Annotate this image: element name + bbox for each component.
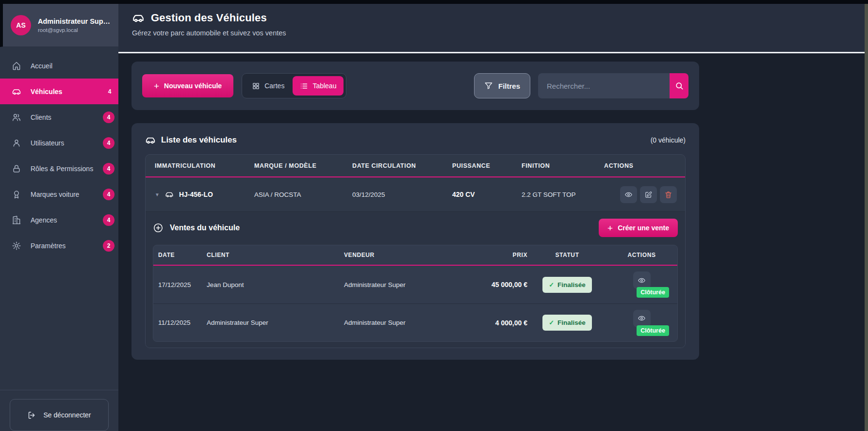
sale-vendeur: Administrateur Super: [339, 319, 480, 326]
column-header: ACTIONS: [606, 252, 677, 258]
column-header: DATE: [153, 252, 202, 258]
sidebar-item-label: Rôles & Permissions: [31, 165, 93, 173]
eye-icon: [638, 314, 646, 322]
new-vehicle-button[interactable]: + Nouveau véhicule: [142, 74, 233, 97]
check-icon: ✓: [549, 281, 554, 288]
check-icon: ✓: [549, 319, 554, 326]
home-icon: [12, 61, 21, 71]
page-subtitle: Gérez votre parc automobile et suivez vo…: [132, 29, 868, 37]
sales-table-header: DATE CLIENT VENDEUR PRIX STATUT ACTIONS: [153, 245, 677, 266]
building-icon: [12, 215, 21, 225]
column-header: ACTIONS: [595, 162, 685, 169]
item-badge: 4: [103, 137, 115, 149]
column-header: IMMATRICULATION: [146, 162, 245, 169]
search-icon: [675, 81, 684, 90]
user-icon: [12, 138, 21, 148]
sidebar-footer: Se déconnecter: [0, 390, 118, 431]
toolbar: + Nouveau véhicule Cartes Tableau: [131, 62, 699, 110]
car-icon: [165, 190, 174, 199]
column-header: PRIX: [480, 252, 528, 258]
filters-button[interactable]: Filtres: [474, 73, 530, 98]
sidebar-item-agences[interactable]: Agences 4: [0, 207, 118, 233]
create-sale-button[interactable]: + Créer une vente: [599, 219, 678, 237]
sale-prix: 4 000,00 €: [480, 319, 528, 327]
sidebar-nav: Accueil Véhicules 4 Clients 4 Utilisateu…: [0, 47, 118, 390]
item-badge: 4: [103, 214, 115, 226]
sidebar-item-label: Clients: [31, 113, 51, 121]
column-header: CLIENT: [202, 252, 339, 258]
page-title: Gestion des Véhicules: [151, 12, 267, 24]
caret-down-icon[interactable]: ▼: [155, 192, 160, 197]
view-table-label: Tableau: [312, 82, 336, 90]
lock-icon: [12, 164, 21, 174]
view-vehicle-button[interactable]: [620, 186, 637, 203]
users-icon: [12, 112, 21, 122]
view-table-button[interactable]: Tableau: [293, 76, 344, 96]
scrollbar[interactable]: [865, 4, 868, 431]
edit-vehicle-button[interactable]: [640, 186, 657, 203]
status-badge: ✓Finalisée: [542, 277, 592, 293]
sidebar-item-label: Paramètres: [31, 242, 66, 250]
sale-row[interactable]: 17/12/2025 Jean Dupont Administrateur Su…: [153, 266, 677, 303]
eye-icon: [638, 276, 646, 285]
sale-date: 11/12/2025: [153, 319, 202, 326]
sale-client: Jean Dupont: [202, 281, 339, 288]
column-header: STATUT: [528, 252, 606, 258]
logout-icon: [27, 411, 36, 420]
filters-label: Filtres: [498, 82, 520, 90]
car-icon: [145, 135, 156, 145]
search-button[interactable]: [670, 73, 688, 98]
sidebar-item-accueil[interactable]: Accueil: [0, 53, 118, 79]
car-icon: [132, 12, 145, 24]
search-input[interactable]: [538, 73, 670, 98]
status-badge: ✓Finalisée: [542, 315, 592, 331]
sale-prix: 45 000,00 €: [480, 281, 528, 288]
filter-icon: [484, 81, 493, 90]
column-header: MARQUE / MODÈLE: [245, 162, 343, 169]
sidebar-item-label: Accueil: [31, 62, 52, 70]
vehicle-count: (0 véhicule): [651, 136, 686, 144]
vehicle-date-circulation: 03/12/2025: [343, 191, 443, 198]
column-header: DATE CIRCULATION: [343, 162, 443, 169]
sidebar-item-label: Utilisateurs: [31, 139, 64, 147]
delete-vehicle-button[interactable]: [660, 186, 677, 203]
page-header: Gestion des Véhicules Gérez votre parc a…: [118, 4, 868, 53]
view-cards-button[interactable]: Cartes: [245, 76, 292, 96]
sidebar-item-utilisateurs[interactable]: Utilisateurs 4: [0, 130, 118, 156]
cloturee-badge: Clôturée: [637, 325, 669, 336]
sidebar-item-parametres[interactable]: Paramètres 2: [0, 233, 118, 258]
view-sale-button[interactable]: [633, 310, 651, 327]
sale-row[interactable]: 11/12/2025 Administrateur Super Administ…: [153, 303, 677, 341]
page-content: + Nouveau véhicule Cartes Tableau: [118, 53, 868, 431]
vehicle-puissance: 420 CV: [443, 191, 512, 198]
vehicles-table: IMMATRICULATION MARQUE / MODÈLE DATE CIR…: [145, 154, 686, 348]
eye-icon: [624, 191, 633, 199]
logout-button[interactable]: Se déconnecter: [10, 399, 109, 431]
logout-label: Se déconnecter: [43, 411, 91, 419]
vehicle-marque-modele: ASIA / ROCSTA: [245, 191, 343, 198]
view-sale-button[interactable]: [633, 271, 651, 289]
award-icon: [12, 190, 21, 199]
edit-icon: [644, 191, 653, 199]
user-name: Administrateur Sup…: [38, 17, 110, 25]
item-badge: 4: [103, 189, 115, 200]
vehicle-immatriculation: HJ-456-LO: [179, 191, 213, 198]
vehicles-card-header: Liste des véhicules (0 véhicule): [145, 135, 686, 145]
vehicles-table-header: IMMATRICULATION MARQUE / MODÈLE DATE CIR…: [146, 155, 685, 177]
avatar: AS: [11, 15, 31, 35]
sale-client: Administrateur Super: [202, 319, 339, 326]
vehicles-card: Liste des véhicules (0 véhicule) IMMATRI…: [131, 123, 699, 360]
sidebar-item-vehicules[interactable]: Véhicules 4: [0, 79, 118, 104]
sidebar: AS Administrateur Sup… root@sgvp.local A…: [0, 4, 118, 431]
trash-icon: [664, 191, 672, 199]
cloturee-badge: Clôturée: [637, 287, 669, 298]
sales-section: Ventes du véhicule + Créer une vente DAT…: [146, 211, 685, 348]
sidebar-item-marques-voiture[interactable]: Marques voiture 4: [0, 181, 118, 207]
car-icon: [12, 87, 21, 96]
main-area: Gestion des Véhicules Gérez votre parc a…: [118, 4, 868, 431]
new-vehicle-label: Nouveau véhicule: [164, 82, 222, 90]
sidebar-item-clients[interactable]: Clients 4: [0, 104, 118, 130]
vehicle-finition: 2.2 GT SOFT TOP: [512, 191, 595, 198]
vehicle-row[interactable]: ▼ HJ-456-LO ASIA / ROCSTA 03/12/2025 420…: [146, 177, 685, 211]
sidebar-item-roles-permissions[interactable]: Rôles & Permissions 4: [0, 156, 118, 181]
